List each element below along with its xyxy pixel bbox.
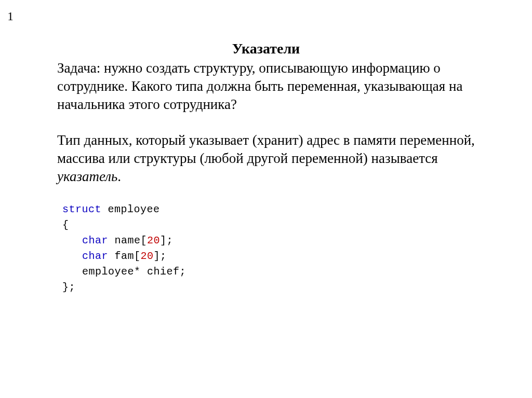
struct-name: employee [101,203,160,215]
task-paragraph: Задача: нужно создать структуру, описыва… [57,59,475,114]
definition-paragraph: Тип данных, который указывает (хранит) а… [57,131,475,186]
code-line-4: char fam[20]; [62,249,475,264]
keyword-struct: struct [62,203,101,215]
slide-title: Указатели [57,40,475,57]
code-line-6: }; [62,280,475,295]
bracket-close-2: ]; [154,250,167,262]
bracket-open-2: [ [134,250,141,262]
array-size-2: 20 [141,250,154,262]
definition-text-pre: Тип данных, который указывает (хранит) а… [57,132,475,166]
bracket-close-1: ]; [160,235,173,246]
keyword-char: char [82,250,108,262]
code-line-5: employee* chief; [62,264,475,280]
close-brace: }; [62,281,75,293]
page-number: 1 [7,9,14,23]
code-block: struct employee { char name[20]; char fa… [62,202,475,295]
definition-text-post: . [117,169,121,184]
definition-term: указатель [57,169,117,184]
field-pointer: employee* chief; [82,266,186,278]
slide-content: Указатели Задача: нужно создать структур… [0,0,532,295]
field-name-2: fam [108,250,134,262]
code-line-3: char name[20]; [62,233,475,249]
open-brace: { [62,219,69,231]
bracket-open-1: [ [141,235,148,246]
keyword-char: char [82,235,108,246]
field-name-1: name [108,235,141,246]
code-line-1: struct employee [62,202,475,217]
array-size-1: 20 [147,235,160,246]
code-line-2: { [62,217,475,233]
